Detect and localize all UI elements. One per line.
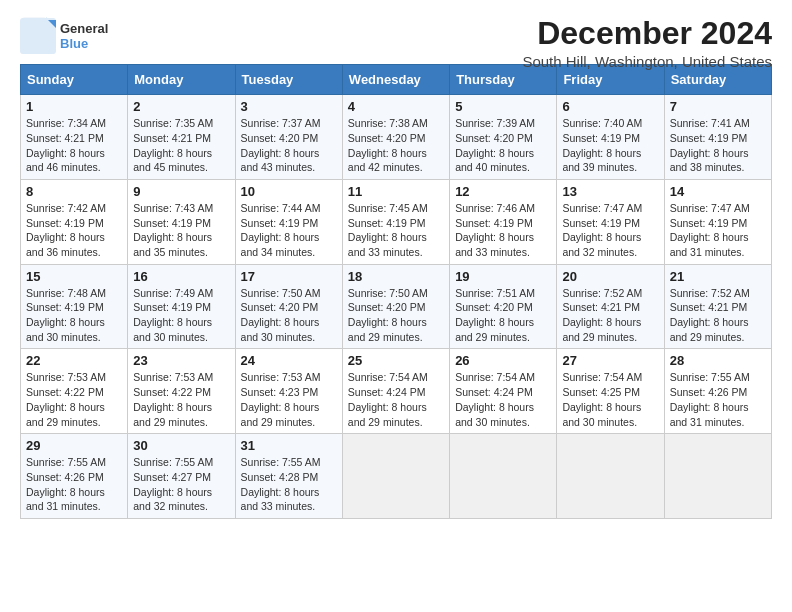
day-info: Sunrise: 7:50 AM Sunset: 4:20 PM Dayligh… — [241, 286, 337, 345]
calendar-week-5: 29 Sunrise: 7:55 AM Sunset: 4:26 PM Dayl… — [21, 434, 772, 519]
day-number: 19 — [455, 269, 551, 284]
day-info: Sunrise: 7:46 AM Sunset: 4:19 PM Dayligh… — [455, 201, 551, 260]
calendar-cell: 26 Sunrise: 7:54 AM Sunset: 4:24 PM Dayl… — [450, 349, 557, 434]
calendar-cell: 16 Sunrise: 7:49 AM Sunset: 4:19 PM Dayl… — [128, 264, 235, 349]
day-info: Sunrise: 7:35 AM Sunset: 4:21 PM Dayligh… — [133, 116, 229, 175]
title-block: December 2024 South Hill, Washington, Un… — [522, 16, 772, 70]
calendar-week-3: 15 Sunrise: 7:48 AM Sunset: 4:19 PM Dayl… — [21, 264, 772, 349]
day-number: 18 — [348, 269, 444, 284]
day-info: Sunrise: 7:53 AM Sunset: 4:22 PM Dayligh… — [26, 370, 122, 429]
calendar-cell: 4 Sunrise: 7:38 AM Sunset: 4:20 PM Dayli… — [342, 95, 449, 180]
day-info: Sunrise: 7:47 AM Sunset: 4:19 PM Dayligh… — [562, 201, 658, 260]
day-number: 10 — [241, 184, 337, 199]
day-number: 15 — [26, 269, 122, 284]
day-number: 4 — [348, 99, 444, 114]
day-number: 31 — [241, 438, 337, 453]
calendar-cell: 29 Sunrise: 7:55 AM Sunset: 4:26 PM Dayl… — [21, 434, 128, 519]
calendar-cell: 21 Sunrise: 7:52 AM Sunset: 4:21 PM Dayl… — [664, 264, 771, 349]
day-number: 28 — [670, 353, 766, 368]
calendar-cell — [557, 434, 664, 519]
day-number: 26 — [455, 353, 551, 368]
calendar-table: Sunday Monday Tuesday Wednesday Thursday… — [20, 64, 772, 519]
page-title: December 2024 — [522, 16, 772, 51]
calendar-cell: 18 Sunrise: 7:50 AM Sunset: 4:20 PM Dayl… — [342, 264, 449, 349]
day-number: 3 — [241, 99, 337, 114]
calendar-cell: 2 Sunrise: 7:35 AM Sunset: 4:21 PM Dayli… — [128, 95, 235, 180]
calendar-cell: 27 Sunrise: 7:54 AM Sunset: 4:25 PM Dayl… — [557, 349, 664, 434]
calendar-cell: 10 Sunrise: 7:44 AM Sunset: 4:19 PM Dayl… — [235, 179, 342, 264]
day-number: 9 — [133, 184, 229, 199]
calendar-cell: 28 Sunrise: 7:55 AM Sunset: 4:26 PM Dayl… — [664, 349, 771, 434]
day-info: Sunrise: 7:54 AM Sunset: 4:25 PM Dayligh… — [562, 370, 658, 429]
day-number: 30 — [133, 438, 229, 453]
day-number: 5 — [455, 99, 551, 114]
header-sunday: Sunday — [21, 65, 128, 95]
day-number: 13 — [562, 184, 658, 199]
day-info: Sunrise: 7:49 AM Sunset: 4:19 PM Dayligh… — [133, 286, 229, 345]
calendar-cell: 3 Sunrise: 7:37 AM Sunset: 4:20 PM Dayli… — [235, 95, 342, 180]
logo-display: General Blue — [20, 18, 108, 54]
calendar-cell — [450, 434, 557, 519]
page-subtitle: South Hill, Washington, United States — [522, 53, 772, 70]
calendar-cell: 24 Sunrise: 7:53 AM Sunset: 4:23 PM Dayl… — [235, 349, 342, 434]
day-info: Sunrise: 7:43 AM Sunset: 4:19 PM Dayligh… — [133, 201, 229, 260]
calendar-cell: 9 Sunrise: 7:43 AM Sunset: 4:19 PM Dayli… — [128, 179, 235, 264]
header-wednesday: Wednesday — [342, 65, 449, 95]
day-info: Sunrise: 7:41 AM Sunset: 4:19 PM Dayligh… — [670, 116, 766, 175]
calendar-cell: 14 Sunrise: 7:47 AM Sunset: 4:19 PM Dayl… — [664, 179, 771, 264]
calendar-cell: 15 Sunrise: 7:48 AM Sunset: 4:19 PM Dayl… — [21, 264, 128, 349]
day-number: 17 — [241, 269, 337, 284]
day-info: Sunrise: 7:44 AM Sunset: 4:19 PM Dayligh… — [241, 201, 337, 260]
day-number: 12 — [455, 184, 551, 199]
day-info: Sunrise: 7:42 AM Sunset: 4:19 PM Dayligh… — [26, 201, 122, 260]
calendar-cell: 6 Sunrise: 7:40 AM Sunset: 4:19 PM Dayli… — [557, 95, 664, 180]
calendar-cell — [342, 434, 449, 519]
day-info: Sunrise: 7:50 AM Sunset: 4:20 PM Dayligh… — [348, 286, 444, 345]
day-number: 14 — [670, 184, 766, 199]
day-number: 23 — [133, 353, 229, 368]
day-number: 27 — [562, 353, 658, 368]
calendar-cell: 22 Sunrise: 7:53 AM Sunset: 4:22 PM Dayl… — [21, 349, 128, 434]
calendar-cell: 31 Sunrise: 7:55 AM Sunset: 4:28 PM Dayl… — [235, 434, 342, 519]
calendar-cell: 20 Sunrise: 7:52 AM Sunset: 4:21 PM Dayl… — [557, 264, 664, 349]
calendar-cell: 11 Sunrise: 7:45 AM Sunset: 4:19 PM Dayl… — [342, 179, 449, 264]
day-number: 7 — [670, 99, 766, 114]
day-info: Sunrise: 7:54 AM Sunset: 4:24 PM Dayligh… — [348, 370, 444, 429]
calendar-week-4: 22 Sunrise: 7:53 AM Sunset: 4:22 PM Dayl… — [21, 349, 772, 434]
day-info: Sunrise: 7:52 AM Sunset: 4:21 PM Dayligh… — [670, 286, 766, 345]
header-tuesday: Tuesday — [235, 65, 342, 95]
calendar-week-1: 1 Sunrise: 7:34 AM Sunset: 4:21 PM Dayli… — [21, 95, 772, 180]
calendar-cell: 1 Sunrise: 7:34 AM Sunset: 4:21 PM Dayli… — [21, 95, 128, 180]
calendar-cell: 13 Sunrise: 7:47 AM Sunset: 4:19 PM Dayl… — [557, 179, 664, 264]
logo-svg — [20, 18, 56, 54]
day-number: 6 — [562, 99, 658, 114]
day-info: Sunrise: 7:53 AM Sunset: 4:23 PM Dayligh… — [241, 370, 337, 429]
calendar-cell: 5 Sunrise: 7:39 AM Sunset: 4:20 PM Dayli… — [450, 95, 557, 180]
day-info: Sunrise: 7:55 AM Sunset: 4:26 PM Dayligh… — [26, 455, 122, 514]
day-info: Sunrise: 7:55 AM Sunset: 4:28 PM Dayligh… — [241, 455, 337, 514]
day-number: 25 — [348, 353, 444, 368]
day-number: 11 — [348, 184, 444, 199]
calendar-cell: 8 Sunrise: 7:42 AM Sunset: 4:19 PM Dayli… — [21, 179, 128, 264]
logo-line2: Blue — [60, 36, 88, 51]
day-info: Sunrise: 7:48 AM Sunset: 4:19 PM Dayligh… — [26, 286, 122, 345]
day-info: Sunrise: 7:51 AM Sunset: 4:20 PM Dayligh… — [455, 286, 551, 345]
day-info: Sunrise: 7:55 AM Sunset: 4:26 PM Dayligh… — [670, 370, 766, 429]
svg-rect-4 — [20, 18, 56, 54]
day-info: Sunrise: 7:39 AM Sunset: 4:20 PM Dayligh… — [455, 116, 551, 175]
day-number: 20 — [562, 269, 658, 284]
calendar-cell: 7 Sunrise: 7:41 AM Sunset: 4:19 PM Dayli… — [664, 95, 771, 180]
day-info: Sunrise: 7:37 AM Sunset: 4:20 PM Dayligh… — [241, 116, 337, 175]
calendar-cell: 19 Sunrise: 7:51 AM Sunset: 4:20 PM Dayl… — [450, 264, 557, 349]
day-number: 21 — [670, 269, 766, 284]
day-info: Sunrise: 7:40 AM Sunset: 4:19 PM Dayligh… — [562, 116, 658, 175]
calendar-cell: 12 Sunrise: 7:46 AM Sunset: 4:19 PM Dayl… — [450, 179, 557, 264]
day-number: 22 — [26, 353, 122, 368]
calendar-cell: 17 Sunrise: 7:50 AM Sunset: 4:20 PM Dayl… — [235, 264, 342, 349]
day-number: 29 — [26, 438, 122, 453]
day-number: 2 — [133, 99, 229, 114]
day-info: Sunrise: 7:38 AM Sunset: 4:20 PM Dayligh… — [348, 116, 444, 175]
calendar-cell: 30 Sunrise: 7:55 AM Sunset: 4:27 PM Dayl… — [128, 434, 235, 519]
day-info: Sunrise: 7:45 AM Sunset: 4:19 PM Dayligh… — [348, 201, 444, 260]
day-info: Sunrise: 7:34 AM Sunset: 4:21 PM Dayligh… — [26, 116, 122, 175]
